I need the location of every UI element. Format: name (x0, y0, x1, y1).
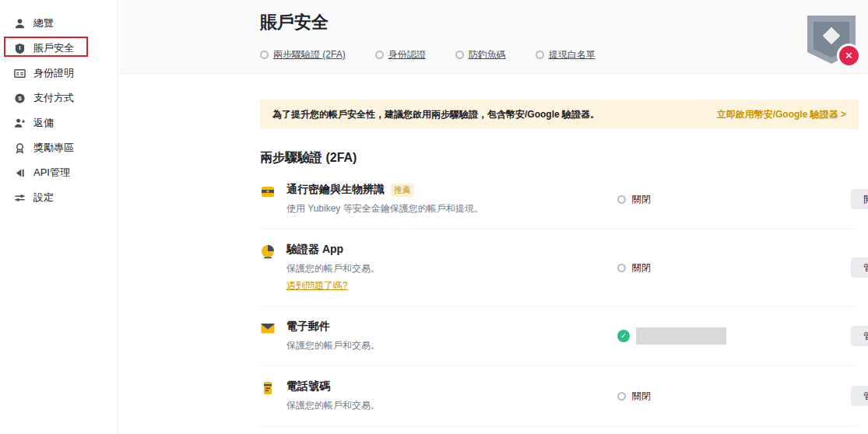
sidebar-item-account-security[interactable]: 賬戶安全 (0, 36, 118, 61)
medal-icon (14, 142, 26, 154)
sidebar-item-label: 返傭 (33, 116, 54, 130)
enable-button[interactable]: 開啟 (851, 189, 868, 209)
phone-icon (260, 380, 276, 396)
redacted-email-value (636, 327, 726, 345)
page-title: 賬戶安全 (260, 11, 329, 34)
main-content: 為了提升您的帳戶安全性，建議您啟用兩步驟驗證，包含幣安/Google 驗證器。 … (119, 74, 868, 434)
anchor-antiphishing[interactable]: 防釣魚碼 (455, 48, 506, 61)
row-passkeys: 通行密鑰與生物辨識 推薦 使用 Yubikey 等安全金鑰保護您的帳戶和提現。 … (260, 170, 859, 229)
status-label: 關閉 (632, 261, 651, 275)
email-icon (260, 320, 276, 336)
anchor-whitelist[interactable]: 提現白名單 (536, 48, 596, 61)
row-status: 關閉 (617, 193, 851, 206)
row-desc: 保護您的帳戶和交易。 (286, 262, 617, 275)
anchor-label: 防釣魚碼 (469, 48, 506, 61)
enable-authenticator-link[interactable]: 立即啟用幣安/Google 驗證器 > (717, 108, 846, 121)
sidebar-item-api[interactable]: API管理 (0, 160, 118, 185)
manage-button[interactable]: 管理 (851, 386, 868, 406)
row-title: 電子郵件 (286, 320, 330, 334)
row-status: ✓ (617, 327, 851, 345)
manage-button[interactable]: 管理 (851, 326, 868, 346)
row-title: 通行密鑰與生物辨識 (286, 183, 385, 197)
section-title-2fa: 兩步驟驗證 (2FA) (260, 150, 859, 166)
sidebar-item-identity[interactable]: 身份證明 (0, 61, 118, 86)
dollar-circle-icon: $ (14, 93, 26, 104)
sidebar-item-label: 總覽 (33, 16, 54, 30)
sidebar-item-label: 獎勵專區 (33, 141, 74, 155)
sidebar-item-overview[interactable]: 總覽 (0, 11, 118, 36)
recommended-badge: 推薦 (391, 184, 414, 197)
manage-button[interactable]: 管理 (851, 257, 868, 278)
person-icon (14, 18, 26, 30)
status-label: 關閉 (632, 390, 651, 403)
passkey-icon (260, 184, 276, 199)
sidebar: 總覽 賬戶安全 身份證明 $ 支付方式 返傭 獎勵專區 API管理 設定 (0, 0, 118, 434)
status-dot-icon (375, 51, 384, 59)
authenticator-icon (260, 243, 276, 259)
sliders-icon (14, 192, 26, 204)
verified-check-icon: ✓ (617, 330, 630, 342)
anchor-label: 兩步驟驗證 (2FA) (273, 48, 346, 61)
status-off-icon (617, 195, 626, 204)
having-problems-link[interactable]: 遇到問題了嗎? (286, 279, 348, 292)
security-shield-logo: ✕ (807, 16, 857, 65)
sidebar-item-label: 身份證明 (33, 66, 74, 80)
sidebar-item-label: 賬戶安全 (33, 41, 74, 55)
page-header: 賬戶安全 兩步驟驗證 (2FA) 身份認證 防釣魚碼 提現白名單 (119, 0, 868, 74)
sidebar-item-referral[interactable]: 返傭 (0, 110, 118, 135)
row-authenticator-app: 驗證器 App 保護您的帳戶和交易。 遇到問題了嗎? 關閉 管理 (260, 229, 859, 306)
id-card-icon (14, 68, 26, 79)
sidebar-item-label: 支付方式 (33, 91, 74, 105)
status-off-icon (617, 264, 626, 272)
anchor-2fa[interactable]: 兩步驟驗證 (2FA) (260, 48, 346, 61)
anchor-nav: 兩步驟驗證 (2FA) 身份認證 防釣魚碼 提現白名單 (260, 48, 596, 61)
security-banner: 為了提升您的帳戶安全性，建議您啟用兩步驟驗證，包含幣安/Google 驗證器。 … (260, 100, 859, 129)
sidebar-item-rewards[interactable]: 獎勵專區 (0, 135, 118, 160)
row-desc: 保護您的帳戶和交易。 (286, 339, 617, 352)
sidebar-item-label: API管理 (33, 166, 70, 180)
anchor-label: 身份認證 (388, 48, 426, 61)
status-dot-icon (536, 51, 544, 59)
row-status: 關閉 (617, 261, 851, 275)
row-desc: 使用 Yubikey 等安全金鑰保護您的帳戶和提現。 (286, 202, 617, 215)
person-plus-icon (14, 117, 26, 129)
sidebar-item-settings[interactable]: 設定 (0, 185, 118, 210)
row-desc: 保護您的帳戶和交易。 (286, 399, 617, 412)
status-dot-icon (455, 51, 464, 59)
sidebar-item-label: 設定 (33, 191, 54, 205)
sidebar-item-payment[interactable]: $ 支付方式 (0, 86, 118, 110)
error-x-icon: ✕ (837, 44, 861, 68)
anchor-label: 提現白名單 (549, 48, 596, 61)
row-title: 電話號碼 (286, 380, 330, 394)
row-login-password: **** 登錄密碼 用以登入您的帳戶的登入密碼。 管理 (260, 426, 859, 434)
status-dot-icon (260, 51, 269, 59)
row-email: 電子郵件 保護您的帳戶和交易。 ✓ 管理 (260, 306, 859, 366)
banner-text: 為了提升您的帳戶安全性，建議您啟用兩步驟驗證，包含幣安/Google 驗證器。 (272, 108, 599, 121)
twofa-rows: 通行密鑰與生物辨識 推薦 使用 Yubikey 等安全金鑰保護您的帳戶和提現。 … (260, 170, 859, 434)
svg-text:$: $ (18, 95, 22, 102)
api-icon (14, 167, 26, 179)
status-off-icon (617, 392, 626, 401)
shield-icon (14, 43, 26, 54)
status-label: 關閉 (632, 193, 651, 206)
row-title: 驗證器 App (286, 243, 343, 257)
row-status: 關閉 (617, 390, 851, 403)
anchor-identity[interactable]: 身份認證 (375, 48, 426, 61)
row-phone: 電話號碼 保護您的帳戶和交易。 關閉 管理 (260, 366, 859, 426)
